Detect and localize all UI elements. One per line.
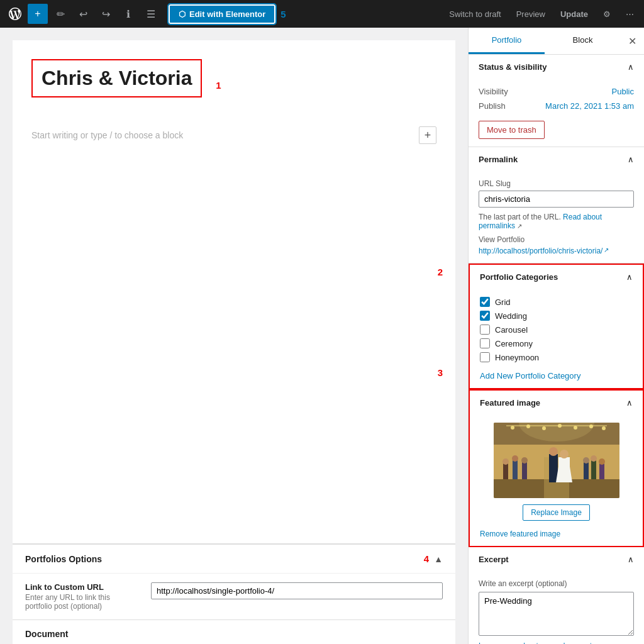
tab-block[interactable]: Block xyxy=(545,28,621,54)
custom-url-input[interactable] xyxy=(151,582,443,599)
move-to-trash-btn[interactable]: Move to trash xyxy=(479,121,545,139)
svg-point-18 xyxy=(512,455,518,462)
category-wedding-checkbox[interactable] xyxy=(480,311,490,321)
top-toolbar: + ✏ ↩ ↪ ℹ ☰ ⬡ Edit with Elementor 5 Swit… xyxy=(0,0,644,28)
collapse-icon: ▲ xyxy=(434,554,443,564)
status-visibility-panel: Status & visibility ∧ Visibility Public … xyxy=(469,55,644,147)
status-visibility-title: Status & visibility xyxy=(479,62,547,72)
wp-logo[interactable] xyxy=(5,4,25,24)
post-title[interactable]: Chris & Victoria xyxy=(42,67,192,90)
more-options-btn[interactable]: ⋯ xyxy=(621,7,639,21)
svg-point-24 xyxy=(591,455,597,462)
portfolio-options-title: Portfolios Options xyxy=(25,554,102,564)
svg-rect-12 xyxy=(549,454,558,482)
redo-btn[interactable]: ↪ xyxy=(96,4,116,24)
add-new-category-link[interactable]: Add New Portfolio Category xyxy=(480,371,580,380)
switch-to-draft-btn[interactable]: Switch to draft xyxy=(444,7,506,21)
preview-btn[interactable]: Preview xyxy=(511,7,550,21)
tab-portfolio[interactable]: Portfolio xyxy=(469,28,545,54)
update-btn[interactable]: Update xyxy=(555,7,593,21)
elementor-icon: ⬡ xyxy=(179,9,186,19)
custom-url-input-col xyxy=(151,582,443,599)
close-icon: ✕ xyxy=(628,36,636,47)
category-carousel-checkbox[interactable] xyxy=(480,325,490,335)
categories-title: Portfolio Categories xyxy=(480,272,558,282)
featured-image-preview[interactable] xyxy=(494,423,619,498)
menu-btn[interactable]: ☰ xyxy=(141,4,161,24)
category-grid: Grid xyxy=(480,297,633,307)
svg-rect-17 xyxy=(513,460,518,479)
learn-more-excerpts-link[interactable]: Learn more about manual excerpts ↗ xyxy=(479,641,602,644)
featured-image-header[interactable]: Featured image ∧ xyxy=(470,391,643,415)
featured-image-title: Featured image xyxy=(480,398,540,408)
svg-point-20 xyxy=(502,458,509,465)
edit-toolbar-btn[interactable]: ✏ xyxy=(50,4,70,24)
svg-point-13 xyxy=(549,447,558,456)
link-label: Link to Custom URL xyxy=(25,582,104,592)
sidebar-close-btn[interactable]: ✕ xyxy=(621,28,644,54)
categories-header[interactable]: Portfolio Categories ∧ xyxy=(470,265,643,289)
excerpt-textarea[interactable]: Pre-Wedding xyxy=(479,592,634,636)
category-grid-checkbox[interactable] xyxy=(480,297,490,307)
category-honeymoon-label[interactable]: Honeymoon xyxy=(495,353,539,362)
portfolio-options-body: Link to Custom URL Enter any URL to link… xyxy=(13,573,455,619)
publish-label: Publish xyxy=(479,101,506,111)
link-hint: Enter any URL to link this portfolio pos… xyxy=(25,593,138,611)
excerpt-panel: Excerpt ∧ Write an excerpt (optional) Pr… xyxy=(469,547,644,644)
category-grid-label[interactable]: Grid xyxy=(495,297,511,307)
visibility-value[interactable]: Public xyxy=(612,87,634,96)
featured-image-container xyxy=(480,423,633,498)
editor-area: Chris & Victoria 1 Start writing or type… xyxy=(0,28,468,644)
redo-icon: ↪ xyxy=(102,8,110,20)
external-icon-1: ↗ xyxy=(517,223,522,230)
edit-elementor-button[interactable]: ⬡ Edit with Elementor xyxy=(169,4,275,24)
featured-image-actions: Replace Image xyxy=(480,504,633,521)
categories-collapse-icon: ∧ xyxy=(626,272,633,282)
info-icon: ℹ xyxy=(126,8,130,20)
permalink-body: URL Slug The last part of the URL. Read … xyxy=(469,172,644,263)
info-btn[interactable]: ℹ xyxy=(118,4,138,24)
svg-rect-27 xyxy=(584,462,589,479)
category-ceremony-checkbox[interactable] xyxy=(480,338,490,348)
svg-point-26 xyxy=(599,458,605,465)
permalink-header[interactable]: Permalink ∧ xyxy=(469,147,644,172)
add-block-toolbar-btn[interactable]: + xyxy=(28,4,48,24)
visibility-label: Visibility xyxy=(479,87,508,96)
url-slug-input[interactable] xyxy=(479,191,634,208)
main-layout: Chris & Victoria 1 Start writing or type… xyxy=(0,28,644,644)
document-label: Document xyxy=(25,629,68,639)
external-icon-2: ↗ xyxy=(604,247,609,253)
title-block-wrapper: Chris & Victoria 1 xyxy=(31,59,202,110)
add-block-inline-btn[interactable]: + xyxy=(419,126,436,144)
permalink-collapse-icon: ∧ xyxy=(628,155,634,164)
svg-point-15 xyxy=(560,450,569,458)
undo-btn[interactable]: ↩ xyxy=(73,4,93,24)
toolbar-right-actions: Switch to draft Preview Update ⚙ ⋯ xyxy=(444,7,639,21)
publish-row: Publish March 22, 2021 1:53 am xyxy=(479,101,634,111)
replace-image-btn[interactable]: Replace Image xyxy=(523,504,590,521)
url-slug-label: URL Slug xyxy=(479,179,634,188)
view-portfolio-link[interactable]: http://localhost/portfolio/chris-victori… xyxy=(479,247,634,255)
title-block[interactable]: Chris & Victoria xyxy=(31,59,202,97)
document-section: Document xyxy=(13,619,455,644)
permalink-panel: Permalink ∧ URL Slug The last part of th… xyxy=(469,147,644,264)
category-ceremony: Ceremony xyxy=(480,338,633,348)
portfolio-options-section: Portfolios Options 4 ▲ Link to Custom UR… xyxy=(13,543,455,619)
category-carousel: Carousel xyxy=(480,325,633,335)
category-honeymoon-checkbox[interactable] xyxy=(480,352,490,362)
permalink-hint: The last part of the URL. Read about per… xyxy=(479,213,634,230)
category-carousel-label[interactable]: Carousel xyxy=(495,325,528,335)
right-sidebar: Portfolio Block ✕ Status & visibility ∧ … xyxy=(468,28,644,644)
category-honeymoon: Honeymoon xyxy=(480,352,633,362)
category-ceremony-label[interactable]: Ceremony xyxy=(495,339,533,348)
status-visibility-header[interactable]: Status & visibility ∧ xyxy=(469,55,644,79)
portfolio-options-header[interactable]: Portfolios Options 4 ▲ xyxy=(13,544,455,573)
excerpt-header[interactable]: Excerpt ∧ xyxy=(469,547,644,572)
svg-rect-25 xyxy=(599,464,604,479)
category-wedding-label[interactable]: Wedding xyxy=(495,311,527,321)
options-number-badge: 4 xyxy=(424,553,429,564)
remove-featured-image-link[interactable]: Remove featured image xyxy=(480,530,560,538)
settings-btn[interactable]: ⚙ xyxy=(598,7,616,21)
portfolio-categories-panel: Portfolio Categories ∧ Grid Wedding Caro… xyxy=(469,264,644,389)
publish-value[interactable]: March 22, 2021 1:53 am xyxy=(545,101,634,111)
